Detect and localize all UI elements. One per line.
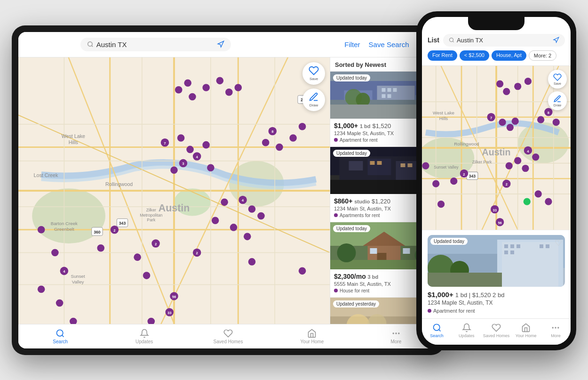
svg-point-72	[299, 267, 306, 275]
svg-text:Greenbelt: Greenbelt	[54, 226, 74, 231]
svg-text:Barton Creek: Barton Creek	[51, 221, 78, 226]
svg-point-221	[556, 327, 556, 328]
phone-map-controls: Save Draw	[548, 70, 567, 110]
phone-nav-updates[interactable]: Updates	[452, 319, 481, 343]
phone-draw-label: Draw	[554, 104, 561, 107]
updated-badge-3: Updated today	[333, 225, 370, 232]
save-heart-icon	[309, 65, 319, 76]
phone-nav-search[interactable]: Search	[422, 319, 452, 343]
svg-point-69	[230, 224, 238, 231]
phone-header-row: List Austin TX	[428, 34, 565, 47]
draw-map-button[interactable]: Draw	[302, 89, 325, 111]
svg-rect-212	[504, 251, 508, 254]
svg-marker-142	[554, 37, 559, 42]
svg-text:4: 4	[63, 269, 65, 274]
svg-text:8: 8	[548, 111, 549, 115]
tablet-map[interactable]: Austin West Lake Hills Lost Creek Rollin…	[18, 57, 330, 324]
tablet-nav-updates[interactable]: Updates	[102, 324, 186, 348]
phone-search-value: Austin TX	[457, 37, 550, 44]
svg-point-59	[262, 138, 270, 146]
svg-point-178	[512, 117, 519, 124]
svg-point-187	[506, 162, 513, 169]
updated-badge-2: Updated today	[333, 150, 370, 157]
svg-rect-105	[393, 88, 397, 92]
svg-point-68	[212, 217, 219, 224]
phone-nav-home[interactable]: Your Home	[511, 319, 541, 343]
svg-rect-106	[382, 94, 386, 98]
phone-nav-more[interactable]: More	[541, 319, 571, 343]
svg-text:4: 4	[196, 154, 199, 159]
svg-point-83	[51, 249, 59, 256]
svg-point-75	[134, 253, 141, 261]
svg-point-196	[437, 201, 445, 208]
svg-point-203	[524, 198, 531, 205]
phone-map[interactable]: Austin West Lake Hills Rollingwood Sunse…	[422, 66, 571, 230]
phone-bottom-card[interactable]: Updated today ♡ $1,000+ 1 bd | $1,520 2 …	[422, 230, 571, 318]
save-map-button[interactable]: Save	[302, 62, 325, 85]
svg-point-141	[449, 38, 453, 42]
tablet-nav-saved[interactable]: Saved Homes	[186, 324, 270, 348]
phone-saved-label: Saved Homes	[483, 333, 510, 338]
phone-card-image: Updated today ♡	[428, 235, 565, 287]
svg-text:3: 3	[182, 162, 184, 166]
svg-point-71	[248, 258, 256, 266]
phone-search-icon	[449, 37, 454, 43]
svg-marker-1	[218, 41, 224, 47]
tablet-search-bar[interactable]	[80, 38, 231, 51]
svg-point-130	[337, 243, 356, 262]
svg-point-171	[514, 82, 521, 89]
svg-point-67	[221, 198, 228, 206]
tablet-nav-home[interactable]: Your Home	[270, 324, 354, 348]
save-search-button[interactable]: Save Search	[369, 40, 409, 49]
location-arrow-icon	[217, 40, 224, 48]
svg-point-182	[553, 119, 560, 126]
svg-point-137	[57, 330, 63, 336]
phone-save-map-button[interactable]: Save	[548, 70, 567, 89]
svg-point-0	[88, 42, 92, 46]
svg-point-76	[143, 272, 151, 279]
tablet-header: Filter Save Search Sort	[18, 32, 438, 57]
save-label: Save	[310, 77, 318, 81]
phone-draw-map-button[interactable]: Draw	[548, 91, 567, 110]
svg-point-39	[189, 93, 196, 100]
phone-nav-saved[interactable]: Saved Homes	[481, 319, 511, 343]
phone-home-label: Your Home	[516, 333, 537, 338]
svg-text:33: 33	[493, 208, 497, 212]
svg-point-43	[235, 84, 242, 91]
home-nav-icon	[307, 329, 317, 338]
phone-card-address: 1234 Maple St, Austin, TX	[428, 299, 565, 306]
svg-rect-114	[349, 161, 363, 170]
svg-point-70	[244, 233, 251, 240]
chip-more[interactable]: More: 2	[529, 50, 556, 61]
tablet-nav: Search Updates Saved Homes Your Home Mor…	[18, 324, 438, 348]
chip-price[interactable]: < $2,500	[460, 50, 489, 61]
svg-text:Austin: Austin	[159, 202, 190, 213]
tablet-nav-search[interactable]: Search	[18, 324, 102, 348]
svg-rect-127	[370, 248, 377, 254]
svg-rect-218	[428, 273, 502, 287]
svg-text:7: 7	[164, 141, 166, 145]
phone-heart-button[interactable]: ♡	[555, 238, 562, 248]
svg-text:Sunset: Sunset	[71, 273, 85, 278]
svg-point-45	[175, 86, 183, 94]
svg-point-172	[524, 78, 532, 85]
filter-button[interactable]: Filter	[344, 40, 360, 49]
svg-rect-117	[370, 161, 375, 165]
chip-type[interactable]: House, Apt	[492, 50, 526, 61]
svg-text:Zilker Park: Zilker Park	[472, 159, 492, 164]
draw-label: Draw	[310, 103, 318, 107]
phone-search-bar[interactable]: Austin TX	[443, 34, 565, 47]
saved-nav-label: Saved Homes	[214, 339, 243, 344]
svg-point-61	[289, 134, 297, 142]
svg-text:343: 343	[119, 221, 126, 226]
tablet-search-input[interactable]	[96, 40, 214, 49]
phone-save-heart-icon	[553, 73, 562, 81]
svg-point-66	[257, 212, 265, 219]
svg-text:Hills: Hills	[439, 116, 448, 121]
svg-point-81	[97, 244, 104, 251]
list-toggle-button[interactable]: List	[428, 36, 439, 44]
phone-draw-icon	[553, 95, 562, 103]
chip-for-rent[interactable]: For Rent	[428, 50, 457, 61]
svg-rect-119	[401, 163, 405, 167]
phone-nav: Search Updates Saved Homes Your Home Mor…	[422, 318, 571, 345]
